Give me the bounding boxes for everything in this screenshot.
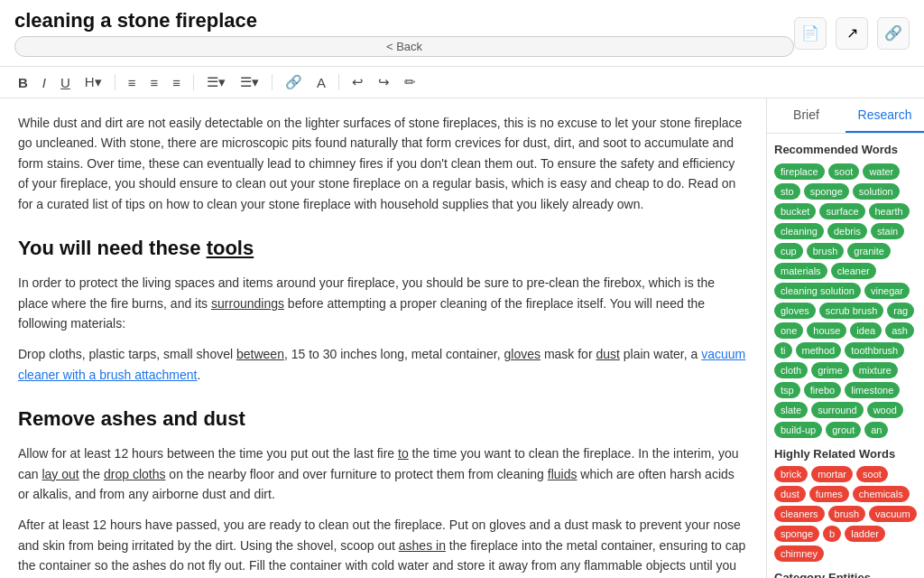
ashes-heading: Remove ashes and dust	[18, 403, 748, 434]
share-icon-btn[interactable]: ↗	[836, 17, 868, 50]
dust-link: dust	[596, 347, 619, 361]
tag-item[interactable]: materials	[774, 263, 827, 279]
toolbar-separator-4	[338, 74, 339, 90]
tag-item[interactable]: sponge	[774, 526, 819, 542]
tag-item[interactable]: dust	[774, 486, 806, 502]
tag-item[interactable]: soot	[828, 163, 860, 180]
tag-item[interactable]: hearth	[869, 203, 910, 219]
tag-item[interactable]: ladder	[845, 526, 885, 542]
highly-tags-row: brickmortarsootdustfumeschemicalscleaner…	[774, 466, 917, 562]
tag-item[interactable]: fumes	[809, 486, 849, 502]
tag-item[interactable]: toothbrush	[845, 342, 904, 359]
tag-item[interactable]: fireplace	[774, 163, 825, 180]
link-icon: 🔗	[884, 24, 902, 42]
undo-button[interactable]: ↩	[348, 72, 367, 92]
redo-button[interactable]: ↪	[374, 72, 393, 92]
tools-underline: tools	[207, 237, 254, 259]
tag-item[interactable]: one	[774, 322, 803, 339]
tag-item[interactable]: vinegar	[864, 283, 910, 299]
tag-item[interactable]: chimney	[774, 545, 824, 562]
recommended-tags-row: fireplacesootwaterstospongesolutionbucke…	[774, 163, 917, 438]
document-icon-btn[interactable]: 📄	[794, 17, 827, 50]
bold-button[interactable]: B	[14, 73, 32, 92]
italic-button[interactable]: I	[39, 73, 50, 92]
tag-item[interactable]: soot	[856, 466, 888, 482]
tag-item[interactable]: sto	[774, 183, 800, 200]
main-area: While dust and dirt are not easily detec…	[0, 98, 924, 578]
vacuum-link[interactable]: vacuum cleaner with a brush attachment	[18, 347, 745, 381]
tag-item[interactable]: cleaner	[831, 263, 876, 279]
tag-item[interactable]: slate	[774, 402, 808, 418]
tag-item[interactable]: brick	[774, 466, 808, 482]
link-button[interactable]: 🔗	[282, 72, 306, 92]
tag-item[interactable]: surface	[819, 203, 864, 219]
tag-item[interactable]: cleaners	[774, 506, 825, 522]
tag-item[interactable]: mortar	[811, 466, 853, 482]
align-left-button[interactable]: ≡	[125, 73, 140, 92]
editor[interactable]: While dust and dirt are not easily detec…	[0, 98, 766, 578]
tag-item[interactable]: solution	[853, 183, 900, 200]
pen-button[interactable]: ✏	[401, 72, 420, 92]
tag-item[interactable]: water	[863, 163, 900, 180]
tag-item[interactable]: cleaning	[774, 223, 824, 239]
highly-related-title: Highly Related Words	[774, 447, 917, 461]
font-button[interactable]: A	[313, 73, 329, 92]
recommended-words-title: Recommended Words	[774, 143, 917, 156]
between-link: between	[236, 347, 284, 361]
fluids-link: fluids	[548, 467, 578, 481]
tag-item[interactable]: vacuum	[869, 506, 917, 522]
header: cleaning a stone fireplace < Back 📄 ↗ 🔗	[0, 0, 924, 67]
sidebar: Brief Research Recommended Words firepla…	[766, 98, 924, 578]
tag-item[interactable]: limestone	[845, 382, 900, 398]
tag-item[interactable]: ti	[774, 342, 792, 359]
tag-item[interactable]: build-up	[774, 422, 822, 438]
tag-item[interactable]: cloth	[774, 362, 808, 378]
tag-item[interactable]: brush	[828, 506, 866, 522]
align-right-button[interactable]: ≡	[169, 73, 184, 92]
tag-item[interactable]: stain	[871, 223, 904, 239]
unordered-list-button[interactable]: ☰▾	[236, 72, 263, 92]
toolbar: B I U H▾ ≡ ≡ ≡ ☰▾ ☰▾ 🔗 A ↩ ↪ ✏	[0, 67, 924, 98]
header-icons: 📄 ↗ 🔗	[794, 17, 910, 50]
to-link: to	[398, 446, 409, 461]
tag-item[interactable]: granite	[847, 243, 891, 259]
tag-item[interactable]: tsp	[774, 382, 800, 398]
tag-item[interactable]: wood	[867, 402, 903, 418]
dropcloths-link: drop cloths	[104, 467, 165, 481]
heading-button[interactable]: H▾	[81, 72, 106, 92]
align-center-button[interactable]: ≡	[146, 73, 162, 92]
link-icon-btn[interactable]: 🔗	[877, 17, 910, 50]
tag-item[interactable]: scrub brush	[819, 303, 883, 319]
tag-item[interactable]: idea	[850, 322, 882, 339]
tag-item[interactable]: chemicals	[853, 486, 910, 502]
tools-intro-paragraph: In order to protect the living spaces an…	[18, 273, 748, 333]
tag-item[interactable]: ash	[885, 322, 914, 339]
surroundings-link: surroundings	[211, 296, 284, 311]
tag-item[interactable]: rag	[887, 303, 914, 319]
tag-item[interactable]: house	[807, 322, 846, 339]
intro-paragraph: While dust and dirt are not easily detec…	[18, 113, 748, 214]
tag-item[interactable]: grout	[826, 422, 861, 438]
underline-button[interactable]: U	[57, 73, 74, 92]
tag-item[interactable]: cup	[774, 243, 803, 259]
tag-item[interactable]: debris	[827, 223, 867, 239]
tag-item[interactable]: sponge	[804, 183, 849, 200]
tag-item[interactable]: bucket	[774, 203, 816, 219]
tag-item[interactable]: an	[864, 422, 888, 438]
back-button[interactable]: < Back	[14, 36, 794, 57]
ordered-list-button[interactable]: ☰▾	[203, 72, 229, 92]
tag-item[interactable]: method	[796, 342, 842, 359]
tag-item[interactable]: mixture	[853, 362, 898, 378]
tag-item[interactable]: surround	[811, 402, 863, 418]
tag-item[interactable]: grime	[811, 362, 849, 378]
tag-item[interactable]: b	[823, 526, 841, 542]
tag-item[interactable]: firebo	[804, 382, 842, 398]
title-area: cleaning a stone fireplace < Back	[14, 9, 794, 57]
tag-item[interactable]: brush	[807, 243, 845, 259]
tag-item[interactable]: gloves	[774, 303, 816, 319]
tab-research[interactable]: Research	[845, 98, 924, 133]
tools-list-paragraph: Drop cloths, plastic tarps, small shovel…	[18, 344, 748, 385]
ashes-link: ashes in	[399, 538, 446, 553]
tag-item[interactable]: cleaning solution	[774, 283, 861, 299]
tab-brief[interactable]: Brief	[767, 98, 845, 133]
